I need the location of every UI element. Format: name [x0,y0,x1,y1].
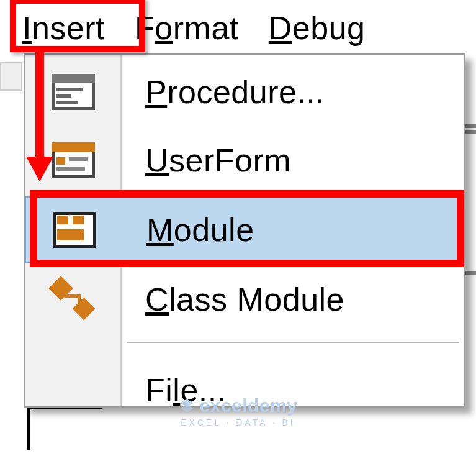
menu-format-rest: rmat [173,10,239,46]
menu-item-class-module[interactable]: Class Module [25,266,464,333]
menu-item-file-pre: Fi [145,372,173,408]
menu-item-module-accel: M [146,212,174,248]
menu-item-file-rest: e... [180,372,226,408]
menu-item-module-rest: odule [174,212,254,248]
menu-format[interactable]: Format [128,8,245,48]
menu-debug-rest: ebug [292,10,366,46]
menu-item-procedure[interactable]: Procedure... [25,58,464,125]
module-icon [53,212,96,248]
menu-item-class-module-accel: C [145,281,169,317]
insert-dropdown: Procedure... UserForm Module Class Modul… [24,53,465,408]
background-fragment [0,62,22,91]
userform-icon [52,142,95,178]
menu-item-file-accel: l [173,372,180,408]
menu-item-userform[interactable]: UserForm [25,127,464,194]
menu-insert[interactable]: Insert [16,8,111,48]
menu-debug-accel: D [269,10,292,46]
menubar: Insert Format Debug [0,0,372,56]
menu-insert-rest: nsert [32,10,105,46]
class-module-icon [48,280,98,319]
menu-item-module[interactable]: Module [25,196,464,263]
menu-item-file[interactable]: File... [25,357,464,424]
menu-item-procedure-accel: P [145,74,167,110]
menu-item-userform-accel: U [145,142,169,178]
menu-item-userform-rest: serForm [169,142,291,178]
menu-format-accel: o [155,10,173,46]
menu-item-procedure-rest: rocedure... [167,74,325,110]
menu-item-class-module-rest: lass Module [169,281,344,317]
menu-separator [127,342,459,343]
menu-format-pre: F [135,10,155,46]
procedure-icon [52,74,95,110]
menu-insert-accel: I [22,10,32,46]
menu-debug[interactable]: Debug [263,8,372,48]
